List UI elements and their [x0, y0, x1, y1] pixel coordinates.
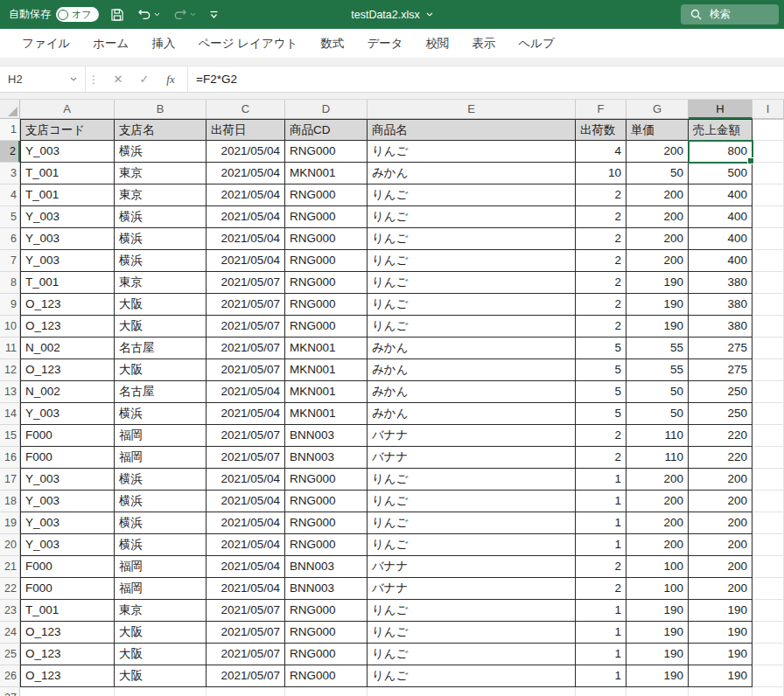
- cell-D11[interactable]: MKN001: [285, 338, 368, 359]
- cell-A17[interactable]: Y_003: [20, 469, 115, 491]
- cell-C25[interactable]: 2021/05/07: [206, 644, 285, 665]
- cell-C19[interactable]: 2021/05/04: [206, 512, 285, 534]
- cell-F24[interactable]: 1: [576, 622, 626, 644]
- tab-home[interactable]: ホーム: [81, 29, 140, 58]
- autosave-toggle[interactable]: オフ: [56, 7, 99, 22]
- cell-B4[interactable]: 東京: [115, 184, 206, 206]
- empty-cell[interactable]: [285, 687, 368, 696]
- cell-A24[interactable]: O_123: [20, 622, 115, 644]
- cell-C14[interactable]: 2021/05/04: [206, 403, 285, 425]
- cell-G15[interactable]: 110: [626, 425, 689, 447]
- cell-F16[interactable]: 2: [576, 447, 626, 469]
- cell-F11[interactable]: 5: [576, 338, 626, 359]
- cell-B10[interactable]: 大阪: [115, 316, 206, 338]
- empty-cell[interactable]: [752, 512, 784, 534]
- empty-cell[interactable]: [752, 250, 784, 272]
- cell-C21[interactable]: 2021/05/04: [206, 556, 285, 578]
- empty-cell[interactable]: [20, 687, 115, 696]
- cell-H1[interactable]: 売上金額: [689, 119, 752, 141]
- cell-H17[interactable]: 200: [689, 469, 752, 491]
- cell-G4[interactable]: 200: [626, 184, 689, 206]
- cell-E25[interactable]: りんご: [368, 644, 576, 665]
- empty-cell[interactable]: [752, 425, 784, 447]
- cell-A12[interactable]: O_123: [20, 359, 115, 381]
- cell-H25[interactable]: 190: [689, 644, 752, 665]
- cell-G9[interactable]: 190: [626, 294, 689, 316]
- enter-icon[interactable]: ✓: [131, 73, 158, 86]
- cell-E19[interactable]: りんご: [368, 512, 576, 534]
- cell-A9[interactable]: O_123: [20, 294, 115, 316]
- cell-A4[interactable]: T_001: [20, 184, 115, 206]
- row-header-4[interactable]: 4: [0, 184, 20, 206]
- cell-E7[interactable]: りんご: [368, 250, 576, 272]
- cell-H13[interactable]: 250: [689, 381, 752, 403]
- cell-A20[interactable]: Y_003: [20, 534, 115, 556]
- cell-E3[interactable]: みかん: [368, 163, 576, 184]
- cell-B22[interactable]: 福岡: [115, 578, 206, 600]
- row-header-8[interactable]: 8: [0, 272, 20, 294]
- cell-E13[interactable]: みかん: [368, 381, 576, 403]
- row-header-18[interactable]: 18: [0, 491, 20, 512]
- cell-H3[interactable]: 500: [689, 163, 752, 184]
- row-header-12[interactable]: 12: [0, 359, 20, 381]
- cell-E15[interactable]: バナナ: [368, 425, 576, 447]
- empty-cell[interactable]: [689, 687, 752, 696]
- cell-F21[interactable]: 2: [576, 556, 626, 578]
- cell-G13[interactable]: 50: [626, 381, 689, 403]
- cell-A6[interactable]: Y_003: [20, 228, 115, 250]
- cell-D13[interactable]: MKN001: [285, 381, 368, 403]
- cell-E10[interactable]: りんご: [368, 316, 576, 338]
- cell-G17[interactable]: 200: [626, 469, 689, 491]
- cell-H2[interactable]: 800: [689, 141, 752, 163]
- row-header-14[interactable]: 14: [0, 403, 20, 425]
- cell-D22[interactable]: BNN003: [285, 578, 368, 600]
- cell-C2[interactable]: 2021/05/04: [206, 141, 285, 163]
- empty-cell[interactable]: [115, 687, 206, 696]
- cell-B16[interactable]: 福岡: [115, 447, 206, 469]
- cell-C11[interactable]: 2021/05/07: [206, 338, 285, 359]
- row-header-2[interactable]: 2: [0, 141, 20, 163]
- cell-C26[interactable]: 2021/05/07: [206, 665, 285, 687]
- cell-A10[interactable]: O_123: [20, 316, 115, 338]
- cell-E6[interactable]: りんご: [368, 228, 576, 250]
- cell-B5[interactable]: 横浜: [115, 206, 206, 228]
- empty-cell[interactable]: [752, 206, 784, 228]
- column-header-A[interactable]: A: [20, 100, 115, 119]
- cell-G6[interactable]: 200: [626, 228, 689, 250]
- empty-cell[interactable]: [752, 119, 784, 141]
- cell-F17[interactable]: 1: [576, 469, 626, 491]
- cell-E12[interactable]: みかん: [368, 359, 576, 381]
- row-header-11[interactable]: 11: [0, 338, 20, 359]
- cell-G16[interactable]: 110: [626, 447, 689, 469]
- cell-G22[interactable]: 100: [626, 578, 689, 600]
- cell-C20[interactable]: 2021/05/04: [206, 534, 285, 556]
- cell-C22[interactable]: 2021/05/04: [206, 578, 285, 600]
- empty-cell[interactable]: [752, 644, 784, 665]
- cell-H24[interactable]: 190: [689, 622, 752, 644]
- cell-B26[interactable]: 大阪: [115, 665, 206, 687]
- tab-formulas[interactable]: 数式: [309, 29, 355, 58]
- cell-H16[interactable]: 220: [689, 447, 752, 469]
- empty-cell[interactable]: [752, 338, 784, 359]
- cell-D19[interactable]: RNG000: [285, 512, 368, 534]
- cell-F23[interactable]: 1: [576, 600, 626, 622]
- cell-F14[interactable]: 5: [576, 403, 626, 425]
- cell-G14[interactable]: 50: [626, 403, 689, 425]
- cell-B8[interactable]: 東京: [115, 272, 206, 294]
- cell-H5[interactable]: 400: [689, 206, 752, 228]
- cell-B17[interactable]: 横浜: [115, 469, 206, 491]
- cell-H12[interactable]: 275: [689, 359, 752, 381]
- cell-D16[interactable]: BNN003: [285, 447, 368, 469]
- cell-G23[interactable]: 190: [626, 600, 689, 622]
- cell-D8[interactable]: RNG000: [285, 272, 368, 294]
- undo-icon[interactable]: [136, 0, 162, 29]
- cell-D5[interactable]: RNG000: [285, 206, 368, 228]
- cell-F18[interactable]: 1: [576, 491, 626, 512]
- cell-D12[interactable]: MKN001: [285, 359, 368, 381]
- cell-D23[interactable]: RNG000: [285, 600, 368, 622]
- cell-A1[interactable]: 支店コード: [20, 119, 115, 141]
- insert-function-icon[interactable]: fx: [158, 73, 184, 87]
- empty-cell[interactable]: [752, 469, 784, 491]
- cell-B15[interactable]: 福岡: [115, 425, 206, 447]
- cell-F22[interactable]: 2: [576, 578, 626, 600]
